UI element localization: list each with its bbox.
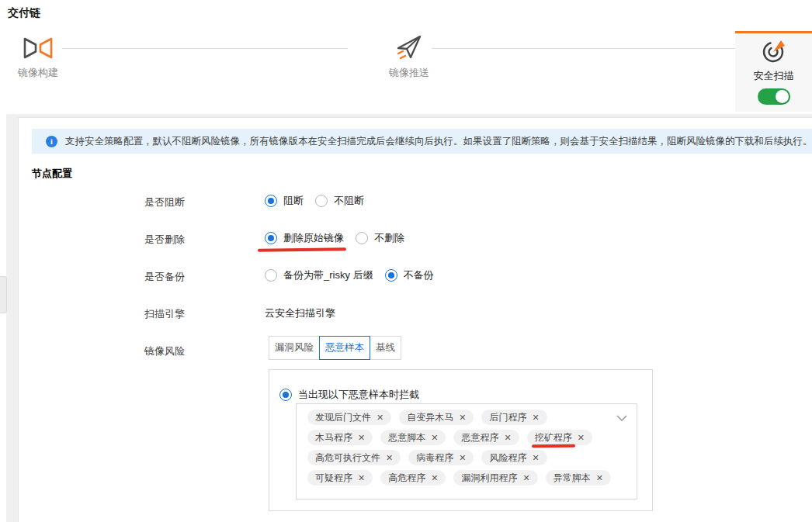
radio-circle [265,232,277,244]
malware-tag[interactable]: 自变异木马✕ [399,410,474,425]
malware-tag[interactable]: 发现后门文件✕ [307,410,391,425]
radio-circle [265,269,277,282]
security-scan-toggle[interactable] [758,88,790,105]
radio-label: 当出现以下恶意样本时拦截 [298,388,419,402]
radio-circle [265,195,277,207]
page-title: 交付链 [8,6,40,20]
remove-tag-icon[interactable]: ✕ [459,413,466,423]
remove-tag-icon[interactable]: ✕ [522,473,529,483]
tab-malware-sample[interactable]: 恶意样本 [319,336,370,360]
malware-tag-label: 高危程序 [388,472,425,485]
radio-label: 备份为带_risky 后缀 [283,268,373,282]
remove-tag-icon[interactable]: ✕ [358,433,365,443]
malware-tag-label: 恶意脚本 [388,431,425,444]
radio-group-backup: 备份为带_risky 后缀 不备份 [265,268,434,282]
malware-tag-label: 可疑程序 [315,472,352,485]
step-security-scan[interactable]: 安全扫描 [735,31,812,112]
chevron-down-icon[interactable] [616,412,627,423]
form-label-backup: 是否备份 [144,270,185,284]
radio-circle [315,195,328,207]
radio-option-no-delete[interactable]: 不删除 [356,231,404,245]
scan-engine-value: 云安全扫描引擎 [265,306,335,320]
radio-circle [385,269,397,282]
remove-tag-icon[interactable]: ✕ [431,433,438,443]
malware-tag-label: 漏洞利用程序 [461,472,517,485]
red-underline-annotation [258,247,346,251]
malware-tag-label: 后门程序 [489,411,526,424]
malware-tag-label: 风险程序 [489,451,526,465]
malware-tag[interactable]: 可疑程序✕ [307,470,373,486]
radio-option-backup-risky[interactable]: 备份为带_risky 后缀 [265,268,373,282]
section-title: 节点配置 [32,167,72,181]
malware-tag[interactable]: 木马程序✕ [307,430,373,445]
radio-label: 阻断 [283,194,304,208]
step-image-build: 镜像构建 [18,36,58,80]
malware-tag-label: 自变异木马 [407,411,453,424]
tab-vulnerability-risk[interactable]: 漏洞风险 [269,336,320,360]
image-build-icon [23,36,58,63]
malware-tag[interactable]: 后门程序✕ [481,410,547,425]
form-label-delete: 是否删除 [144,233,185,247]
remove-tag-icon[interactable]: ✕ [377,413,383,423]
form-label-block: 是否阻断 [144,195,185,209]
security-scan-icon [762,39,786,66]
malware-tag-label: 恶意程序 [461,431,498,444]
malware-tag-list: 发现后门文件✕自变异木马✕后门程序✕木马程序✕恶意脚本✕恶意程序✕挖矿程序✕高危… [307,410,612,486]
image-push-icon [395,34,429,63]
radio-circle [356,232,368,244]
node-config-panel: i 支持安全策略配置，默认不阻断风险镜像，所有镜像版本在安全扫描完成后会继续向后… [18,117,812,522]
radio-option-block-yes[interactable]: 阻断 [265,194,304,208]
drawer-handle[interactable] [0,276,7,313]
radio-label: 不阻断 [334,194,364,208]
policy-info-banner: i 支持安全策略配置，默认不阻断风险镜像，所有镜像版本在安全扫描完成后会继续向后… [32,129,812,154]
remove-tag-icon[interactable]: ✕ [431,473,438,483]
malware-select[interactable]: 发现后门文件✕自变异木马✕后门程序✕木马程序✕恶意脚本✕恶意程序✕挖矿程序✕高危… [296,403,637,500]
malware-tag-label: 病毒程序 [416,451,453,465]
remove-tag-icon[interactable]: ✕ [578,433,585,443]
toggle-knob [776,90,789,103]
radio-group-delete: 删除原始镜像 不删除 [265,231,404,245]
step-image-push: 镜像推送 [389,34,429,80]
step-label: 镜像构建 [18,66,58,80]
malware-tag-label: 发现后门文件 [315,411,371,424]
step-connector [432,48,735,49]
remove-tag-icon[interactable]: ✕ [504,433,511,443]
malware-tag-label: 高危可执行文件 [315,451,380,465]
malware-tag-label: 挖矿程序 [535,431,572,444]
malware-tag[interactable]: 高危程序✕ [380,470,446,486]
radio-group-block: 阻断 不阻断 [265,194,364,208]
tab-baseline[interactable]: 基线 [370,336,401,360]
malware-tag[interactable]: 恶意程序✕ [453,430,519,445]
malware-tag-label: 异常脚本 [553,472,591,485]
radio-circle [279,389,292,401]
malware-intercept-box: 当出现以下恶意样本时拦截 发现后门文件✕自变异木马✕后门程序✕木马程序✕恶意脚本… [269,369,653,511]
banner-text: 支持安全策略配置，默认不阻断风险镜像，所有镜像版本在安全扫描完成后会继续向后执行… [65,135,812,148]
malware-tag[interactable]: 漏洞利用程序✕ [453,470,537,486]
radio-label: 不删除 [374,231,404,245]
remove-tag-icon[interactable]: ✕ [386,453,393,463]
radio-option-block-no[interactable]: 不阻断 [315,194,364,208]
radio-option-intercept-malware[interactable]: 当出现以下恶意样本时拦截 [279,388,419,402]
remove-tag-icon[interactable]: ✕ [358,473,365,483]
malware-tag[interactable]: 风险程序✕ [481,450,547,465]
risk-tab-group: 漏洞风险 恶意样本 基线 [269,336,401,360]
radio-option-delete-original[interactable]: 删除原始镜像 [265,231,344,245]
malware-tag[interactable]: 高危可执行文件✕ [307,450,401,465]
malware-tag[interactable]: 挖矿程序✕ [527,430,592,445]
malware-tag-label: 木马程序 [315,431,352,444]
malware-tag[interactable]: 恶意脚本✕ [380,430,446,445]
malware-tag[interactable]: 异常脚本✕ [546,470,611,486]
step-label: 安全扫描 [754,69,794,83]
remove-tag-icon[interactable]: ✕ [596,473,603,483]
radio-option-no-backup[interactable]: 不备份 [385,268,434,282]
form-label-risk: 镜像风险 [144,344,185,358]
remove-tag-icon[interactable]: ✕ [532,453,539,463]
radio-label: 删除原始镜像 [283,231,344,245]
red-underline-annotation [532,444,575,447]
step-label: 镜像推送 [389,66,429,80]
radio-label: 不备份 [404,268,434,282]
info-icon: i [46,136,57,147]
malware-tag[interactable]: 病毒程序✕ [408,450,474,465]
remove-tag-icon[interactable]: ✕ [459,453,466,463]
remove-tag-icon[interactable]: ✕ [532,413,539,423]
